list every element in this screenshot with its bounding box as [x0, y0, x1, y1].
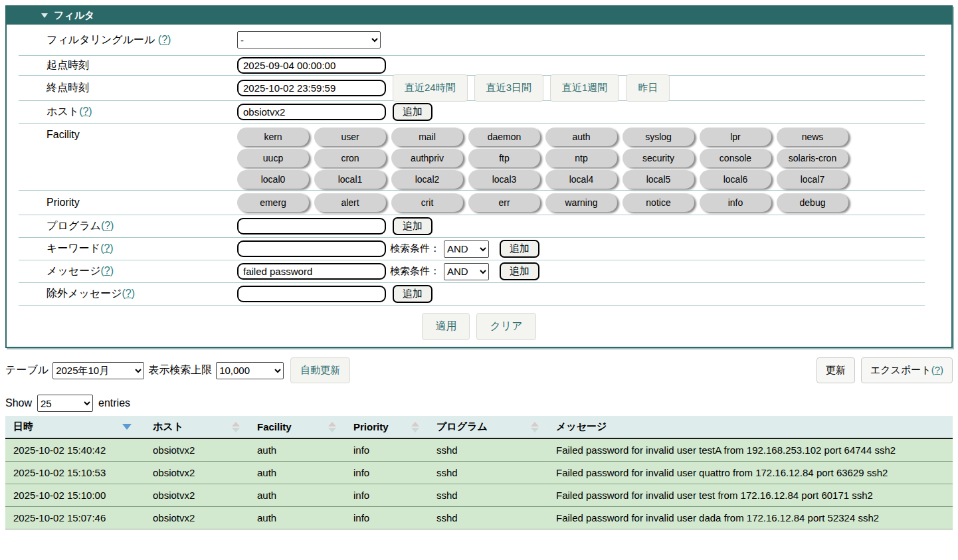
program-help-link[interactable]: (?) — [101, 220, 114, 231]
keyword-row: キーワード(?) 検索条件： AND 追加 — [19, 238, 925, 260]
facility-local5-button[interactable]: local5 — [623, 170, 694, 189]
message-cond-select[interactable]: AND — [444, 263, 489, 280]
message-input[interactable] — [237, 263, 386, 280]
facility-ftp-button[interactable]: ftp — [468, 149, 540, 167]
end-time-input[interactable] — [237, 80, 386, 96]
facility-local2-button[interactable]: local2 — [391, 170, 463, 189]
quick-range-3-button[interactable]: 昨日 — [626, 74, 670, 102]
facility-kern-button[interactable]: kern — [237, 128, 309, 146]
refresh-button[interactable]: 更新 — [816, 357, 855, 383]
table-controls: テーブル 2025年10月 表示検索上限 10,000 自動更新 更新 エクスポ… — [5, 357, 953, 383]
priority-row: Priority emergalertcriterrwarningnoticei… — [19, 191, 925, 215]
facility-news-button[interactable]: news — [777, 128, 848, 146]
keyword-label: キーワード(?) — [19, 242, 237, 256]
column-header-message[interactable]: メッセージ — [548, 416, 953, 438]
facility-user-button[interactable]: user — [314, 128, 386, 146]
keyword-help-link[interactable]: (?) — [100, 242, 114, 254]
program-input[interactable] — [237, 218, 386, 234]
host-add-button[interactable]: 追加 — [393, 103, 432, 121]
message-label: メッセージ(?) — [19, 264, 237, 278]
end-time-row: 終点時刻 直近24時間直近3日間直近1週間昨日 — [19, 76, 925, 101]
priority-notice-button[interactable]: notice — [623, 193, 694, 212]
start-time-input[interactable] — [237, 57, 386, 74]
keyword-input[interactable] — [237, 240, 386, 257]
facility-solaris-cron-button[interactable]: solaris-cron — [777, 149, 848, 167]
exclude-help-link[interactable]: (?) — [122, 288, 136, 299]
log-row[interactable]: 2025-10-02 15:40:42obsiotvx2authinfosshd… — [5, 438, 953, 462]
filter-panel-header[interactable]: フィルタ — [7, 7, 951, 25]
priority-crit-button[interactable]: crit — [391, 193, 463, 212]
sort-both-icon — [232, 422, 240, 432]
message-add-button[interactable]: 追加 — [500, 262, 539, 280]
facility-uucp-button[interactable]: uucp — [237, 149, 309, 167]
column-header-datetime[interactable]: 日時 — [5, 416, 145, 438]
log-row[interactable]: 2025-10-02 15:10:53obsiotvx2authinfosshd… — [5, 462, 953, 484]
export-button[interactable]: エクスポート(?) — [861, 357, 953, 383]
cell-program: sshd — [429, 438, 548, 462]
table-month-select[interactable]: 2025年10月 — [52, 362, 144, 379]
sort-both-icon — [411, 422, 419, 432]
facility-cron-button[interactable]: cron — [314, 149, 386, 167]
keyword-add-button[interactable]: 追加 — [500, 240, 539, 258]
auto-refresh-button[interactable]: 自動更新 — [290, 357, 350, 383]
priority-emerg-button[interactable]: emerg — [237, 193, 309, 212]
filter-rule-row: フィルタリングルール (?) - — [19, 25, 925, 56]
facility-security-button[interactable]: security — [623, 149, 694, 167]
priority-err-button[interactable]: err — [468, 193, 540, 212]
host-input[interactable] — [237, 104, 386, 120]
cell-facility: auth — [249, 507, 345, 529]
exclude-add-button[interactable]: 追加 — [393, 285, 432, 303]
exclude-message-input[interactable] — [237, 286, 386, 302]
facility-daemon-button[interactable]: daemon — [468, 128, 540, 146]
cell-host: obsiotvx2 — [145, 484, 249, 507]
facility-local1-button[interactable]: local1 — [314, 170, 386, 189]
facility-local6-button[interactable]: local6 — [700, 170, 771, 189]
apply-button[interactable]: 適用 — [422, 313, 470, 340]
facility-mail-button[interactable]: mail — [391, 128, 463, 146]
facility-pills: kernusermaildaemonauthsysloglprnews uucp… — [237, 124, 925, 190]
keyword-cond-select[interactable]: AND — [444, 240, 489, 258]
rule-select[interactable]: - — [237, 31, 381, 48]
facility-auth-button[interactable]: auth — [545, 128, 617, 146]
facility-ntp-button[interactable]: ntp — [545, 149, 617, 167]
show-entries-select[interactable]: 25 — [37, 395, 93, 412]
priority-warning-button[interactable]: warning — [545, 193, 617, 212]
cell-facility: auth — [249, 462, 345, 484]
facility-local0-button[interactable]: local0 — [237, 170, 309, 189]
cell-host: obsiotvx2 — [145, 462, 249, 484]
quick-range-0-button[interactable]: 直近24時間 — [393, 74, 468, 102]
cell-priority: info — [345, 462, 429, 484]
facility-console-button[interactable]: console — [700, 149, 771, 167]
rule-help-link[interactable]: (?) — [158, 34, 171, 45]
limit-select[interactable]: 10,000 — [216, 362, 284, 379]
cell-datetime: 2025-10-02 15:10:00 — [5, 484, 145, 507]
host-row: ホスト(?) 追加 — [19, 101, 925, 124]
column-header-facility[interactable]: Facility — [249, 416, 345, 438]
facility-local3-button[interactable]: local3 — [468, 170, 540, 189]
facility-authpriv-button[interactable]: authpriv — [391, 149, 463, 167]
priority-debug-button[interactable]: debug — [777, 193, 848, 212]
quick-range-1-button[interactable]: 直近3日間 — [474, 74, 543, 102]
facility-local7-button[interactable]: local7 — [777, 170, 848, 189]
export-help-link[interactable]: (?) — [931, 364, 943, 375]
host-help-link[interactable]: (?) — [79, 106, 92, 117]
facility-lpr-button[interactable]: lpr — [700, 128, 771, 146]
message-cond-label: 検索条件： — [390, 265, 440, 278]
column-header-priority[interactable]: Priority — [345, 416, 429, 438]
show-entries-row: Show 25 entries — [5, 395, 958, 412]
priority-alert-button[interactable]: alert — [314, 193, 386, 212]
log-row[interactable]: 2025-10-02 15:07:46obsiotvx2authinfosshd… — [5, 507, 953, 529]
sort-desc-icon — [122, 424, 132, 430]
log-row[interactable]: 2025-10-02 15:10:00obsiotvx2authinfosshd… — [5, 484, 953, 507]
column-header-host[interactable]: ホスト — [145, 416, 249, 438]
program-add-button[interactable]: 追加 — [393, 217, 432, 235]
program-label: プログラム(?) — [19, 219, 237, 233]
facility-local4-button[interactable]: local4 — [545, 170, 617, 189]
facility-syslog-button[interactable]: syslog — [623, 128, 694, 146]
priority-info-button[interactable]: info — [700, 193, 771, 212]
column-header-program[interactable]: プログラム — [429, 416, 548, 438]
clear-button[interactable]: クリア — [476, 313, 535, 340]
cell-message: Failed password for invalid user testA f… — [548, 438, 953, 462]
message-help-link[interactable]: (?) — [101, 265, 114, 276]
quick-range-2-button[interactable]: 直近1週間 — [550, 74, 619, 102]
